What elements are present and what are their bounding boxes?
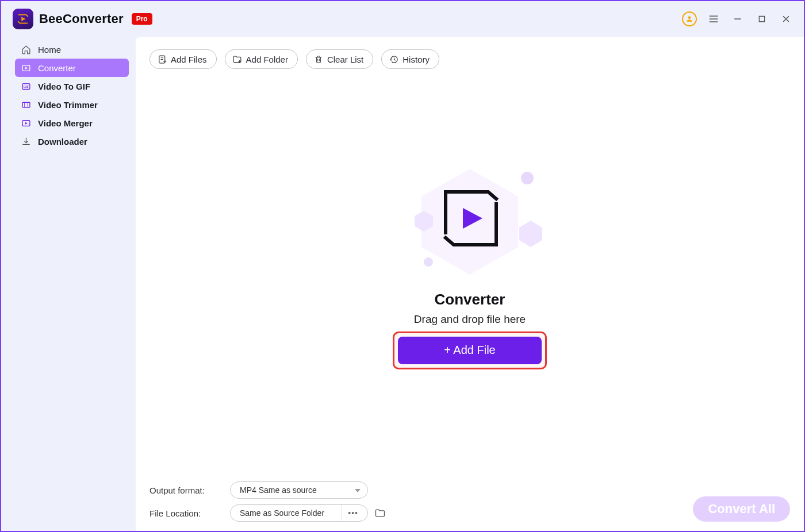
- close-button[interactable]: [779, 11, 793, 26]
- minimize-icon: [733, 14, 743, 24]
- user-account-button[interactable]: [682, 11, 697, 26]
- add-file-highlight: + Add File: [393, 331, 547, 369]
- title-bar: BeeConverter Pro: [1, 1, 804, 37]
- empty-title: Converter: [378, 291, 562, 309]
- folder-icon: [374, 507, 386, 519]
- menu-button[interactable]: [706, 11, 721, 26]
- history-icon: [389, 54, 399, 64]
- toolbar: Add Files Add Folder Clear List: [136, 37, 804, 75]
- svg-text:GIF: GIF: [23, 85, 29, 88]
- sidebar: Home Converter GIF Video To GIF Video Tr…: [1, 37, 136, 531]
- button-label: Add Files: [171, 55, 207, 64]
- user-icon: [682, 11, 697, 26]
- add-files-button[interactable]: Add Files: [150, 49, 217, 69]
- sidebar-item-label: Converter: [38, 63, 76, 73]
- svg-marker-12: [519, 221, 542, 247]
- brand: BeeConverter Pro: [13, 9, 152, 29]
- sidebar-item-label: Video Merger: [38, 118, 93, 128]
- empty-subtitle: Drag and drop file here: [378, 313, 562, 326]
- close-icon: [781, 14, 791, 24]
- dropzone[interactable]: Converter Drag and drop file here + Add …: [136, 75, 804, 476]
- download-icon: [21, 136, 31, 147]
- pro-badge: Pro: [132, 13, 152, 25]
- sidebar-item-video-trimmer[interactable]: Video Trimmer: [15, 95, 129, 114]
- file-location-label: File Location:: [150, 508, 224, 518]
- converter-icon: [21, 63, 31, 73]
- maximize-button[interactable]: [754, 11, 769, 26]
- sidebar-item-label: Video To GIF: [38, 82, 90, 91]
- history-button[interactable]: History: [381, 49, 439, 69]
- svg-rect-1: [759, 16, 764, 21]
- output-format-select[interactable]: MP4 Same as source: [230, 481, 368, 499]
- clear-list-button[interactable]: Clear List: [306, 49, 373, 69]
- output-format-label: Output format:: [150, 485, 224, 495]
- home-icon: [21, 44, 31, 55]
- trimmer-icon: [21, 99, 31, 110]
- merger-icon: [21, 118, 31, 128]
- svg-point-13: [521, 172, 534, 184]
- svg-rect-6: [22, 102, 30, 107]
- sidebar-item-video-to-gif[interactable]: GIF Video To GIF: [15, 77, 129, 95]
- title-actions: [682, 11, 793, 26]
- sidebar-item-downloader[interactable]: Downloader: [15, 132, 129, 151]
- body: Home Converter GIF Video To GIF Video Tr…: [1, 37, 804, 531]
- button-label: History: [402, 55, 430, 64]
- more-icon[interactable]: •••: [342, 505, 361, 521]
- main-panel: Add Files Add Folder Clear List: [136, 37, 804, 531]
- sidebar-item-label: Home: [38, 45, 61, 55]
- convert-all-button[interactable]: Convert All: [693, 496, 790, 522]
- trash-icon: [313, 54, 324, 64]
- button-label: Add Folder: [246, 55, 288, 64]
- sidebar-item-label: Downloader: [38, 137, 87, 147]
- app-title: BeeConverter: [39, 11, 124, 26]
- add-folder-button[interactable]: Add Folder: [225, 49, 298, 69]
- sidebar-item-converter[interactable]: Converter: [15, 59, 129, 77]
- svg-point-14: [424, 257, 433, 267]
- svg-marker-8: [25, 122, 28, 124]
- sidebar-item-label: Video Trimmer: [38, 100, 98, 110]
- add-files-icon: [157, 54, 167, 64]
- button-label: Clear List: [327, 55, 363, 64]
- add-folder-icon: [232, 54, 243, 64]
- file-location-value: Same as Source Folder: [240, 508, 324, 518]
- app-logo-icon: [13, 9, 33, 29]
- sidebar-item-video-merger[interactable]: Video Merger: [15, 114, 129, 132]
- sidebar-item-home[interactable]: Home: [15, 40, 129, 59]
- file-location-input[interactable]: Same as Source Folder •••: [230, 504, 368, 522]
- footer: Output format: MP4 Same as source File L…: [136, 476, 804, 531]
- svg-marker-0: [21, 17, 25, 21]
- svg-marker-3: [25, 67, 28, 69]
- footer-settings: Output format: MP4 Same as source File L…: [150, 481, 386, 522]
- maximize-icon: [757, 14, 766, 24]
- gif-icon: GIF: [21, 81, 31, 91]
- converter-illustration: [378, 159, 562, 285]
- open-folder-button[interactable]: [374, 507, 386, 519]
- app-window: BeeConverter Pro: [0, 0, 805, 532]
- add-file-button[interactable]: + Add File: [398, 337, 542, 364]
- minimize-button[interactable]: [730, 11, 745, 26]
- hamburger-icon: [708, 13, 719, 25]
- output-format-value: MP4 Same as source: [240, 485, 317, 495]
- empty-state: Converter Drag and drop file here + Add …: [378, 159, 562, 369]
